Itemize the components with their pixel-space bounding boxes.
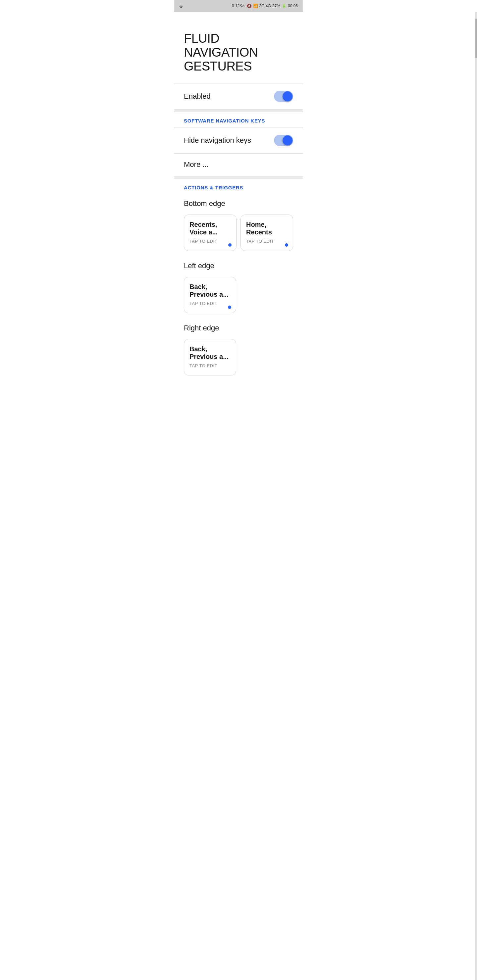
actions-triggers-section-header: ACTIONS & TRIGGERS — [174, 179, 303, 194]
do-not-disturb-icon: ⊖ — [179, 4, 183, 9]
time: 00:06 — [288, 4, 298, 8]
left-edge-label: Left edge — [184, 262, 293, 270]
right-edge-section: Right edge — [174, 318, 303, 339]
left-edge-cards: Back, Previous a... TAP TO EDIT — [174, 277, 303, 318]
software-nav-header-text: SOFTWARE NAVIGATION KEYS — [184, 118, 265, 124]
right-edge-card-1-title: Back, Previous a... — [190, 345, 231, 361]
more-link-text: More ... — [184, 160, 209, 169]
actions-triggers-header-text: ACTIONS & TRIGGERS — [184, 185, 243, 190]
enabled-toggle[interactable] — [274, 91, 293, 102]
bottom-edge-section: Bottom edge — [174, 194, 303, 215]
right-edge-label: Right edge — [184, 324, 293, 332]
left-edge-card-1[interactable]: Back, Previous a... TAP TO EDIT — [184, 277, 236, 313]
section-divider-1 — [174, 109, 303, 112]
wifi-icon: 📶 — [253, 4, 258, 8]
left-edge-section: Left edge — [174, 256, 303, 277]
bottom-edge-label: Bottom edge — [184, 199, 293, 208]
right-edge-cards: Back, Previous a... TAP TO EDIT — [174, 339, 303, 381]
bottom-edge-card-1-dot — [228, 243, 231, 247]
battery-percent: 37% — [272, 4, 280, 8]
bottom-edge-card-1[interactable]: Recents, Voice a... TAP TO EDIT — [184, 215, 236, 251]
left-edge-card-1-title: Back, Previous a... — [190, 283, 231, 298]
section-divider-2 — [174, 176, 303, 179]
bottom-edge-card-1-title: Recents, Voice a... — [190, 221, 231, 236]
bottom-edge-cards: Recents, Voice a... TAP TO EDIT Home, Re… — [174, 215, 303, 256]
network-type: 3G 4G — [259, 4, 271, 8]
right-edge-card-1-subtitle: TAP TO EDIT — [190, 363, 231, 368]
network-speed: 0.12K/s — [232, 4, 246, 8]
status-left: ⊖ — [179, 4, 183, 9]
enabled-label: Enabled — [184, 92, 211, 101]
battery-icon: 🔋 — [282, 4, 287, 8]
hide-nav-label: Hide navigation keys — [184, 136, 251, 145]
left-edge-card-1-subtitle: TAP TO EDIT — [190, 301, 231, 306]
status-right: 0.12K/s 🔇 📶 3G 4G 37% 🔋 00:06 — [232, 4, 298, 8]
bottom-edge-card-2-title: Home, Recents — [246, 221, 287, 236]
software-nav-section-header: SOFTWARE NAVIGATION KEYS — [174, 112, 303, 127]
mute-icon: 🔇 — [247, 4, 252, 8]
page-title-section: FLUID NAVIGATION GESTURES — [174, 12, 303, 83]
hide-nav-toggle[interactable] — [274, 135, 293, 146]
main-content: FLUID NAVIGATION GESTURES Enabled SOFTWA… — [174, 12, 303, 381]
hide-nav-row: Hide navigation keys — [174, 127, 303, 153]
more-link[interactable]: More ... — [174, 153, 303, 176]
bottom-edge-card-2[interactable]: Home, Recents TAP TO EDIT — [241, 215, 293, 251]
left-edge-card-1-dot — [228, 305, 231, 309]
enabled-row: Enabled — [174, 83, 303, 109]
bottom-edge-card-2-subtitle: TAP TO EDIT — [246, 239, 287, 244]
bottom-edge-card-1-subtitle: TAP TO EDIT — [190, 239, 231, 244]
status-bar: ⊖ 0.12K/s 🔇 📶 3G 4G 37% 🔋 00:06 — [174, 0, 303, 12]
right-edge-card-1[interactable]: Back, Previous a... TAP TO EDIT — [184, 339, 236, 375]
page-title: FLUID NAVIGATION GESTURES — [184, 32, 293, 73]
bottom-edge-card-2-dot — [285, 243, 288, 247]
